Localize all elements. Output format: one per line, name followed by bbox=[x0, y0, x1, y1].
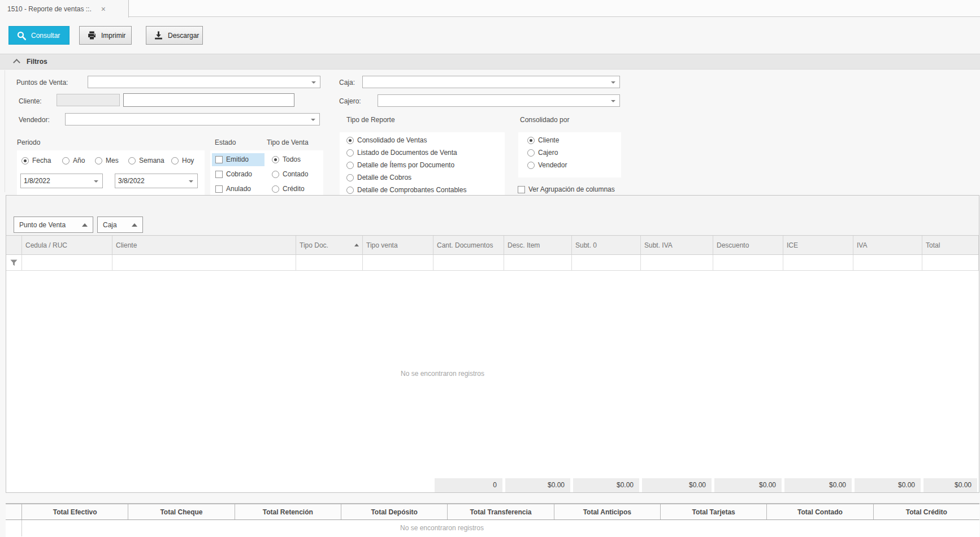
close-icon[interactable]: × bbox=[99, 5, 107, 13]
column-header-total-deposito[interactable]: Total Depósito bbox=[341, 504, 448, 519]
radio-contado[interactable]: Contado bbox=[272, 170, 308, 179]
radio-todos[interactable]: Todos bbox=[272, 155, 301, 164]
chevron-up-icon bbox=[13, 59, 20, 66]
filter-cell-descuento[interactable] bbox=[713, 255, 783, 270]
estado-title: Estado bbox=[215, 138, 236, 146]
radio-icon bbox=[272, 156, 279, 163]
radio-icon bbox=[527, 162, 535, 169]
filters-panel-header[interactable]: Filtros bbox=[0, 54, 980, 70]
checkbox-anulado[interactable]: Anulado bbox=[215, 184, 251, 193]
radio-vendedor[interactable]: Vendedor bbox=[527, 161, 567, 170]
checkbox-cobrado-label: Cobrado bbox=[226, 170, 252, 178]
group-chip-caja[interactable]: Caja bbox=[97, 216, 143, 233]
puntos-de-venta-combo[interactable] bbox=[88, 76, 320, 88]
column-header-tipo-venta[interactable]: Tipo venta bbox=[363, 236, 433, 254]
column-header-total-efectivo[interactable]: Total Efectivo bbox=[22, 504, 128, 519]
radio-detalle-comprobantes[interactable]: Detalle de Comprobantes Contables bbox=[346, 185, 466, 194]
dropdown-arrow-icon bbox=[311, 119, 315, 121]
radio-mes[interactable]: Mes bbox=[95, 156, 119, 165]
radio-detalle-items[interactable]: Detalle de Ítems por Documento bbox=[346, 161, 454, 170]
radio-credito[interactable]: Crédito bbox=[272, 184, 305, 193]
descargar-button[interactable]: Descargar bbox=[146, 26, 203, 45]
consultar-label: Consultar bbox=[31, 32, 60, 40]
filter-cell-tipo-doc[interactable] bbox=[296, 255, 363, 270]
checkbox-cobrado[interactable]: Cobrado bbox=[215, 170, 252, 179]
radio-cajero[interactable]: Cajero bbox=[527, 148, 558, 157]
column-header-total-contado[interactable]: Total Contado bbox=[767, 504, 873, 519]
totals-body: No se encontraron registros bbox=[6, 520, 979, 536]
radio-consolidado-de-ventas[interactable]: Consolidado de Ventas bbox=[346, 136, 427, 145]
column-header-cant-documentos[interactable]: Cant. Documentos bbox=[433, 236, 504, 254]
radio-ano[interactable]: Año bbox=[62, 156, 85, 165]
column-header-iva[interactable]: IVA bbox=[853, 236, 922, 254]
radio-icon bbox=[527, 149, 535, 157]
filter-cell-iva[interactable] bbox=[853, 255, 922, 270]
radio-icon bbox=[272, 171, 279, 178]
column-header-total-credito[interactable]: Total Crédito bbox=[874, 504, 979, 519]
filters-title: Filtros bbox=[27, 58, 47, 66]
column-header-ice[interactable]: ICE bbox=[783, 236, 853, 254]
column-header-total-transferencia[interactable]: Total Transferencia bbox=[448, 504, 554, 519]
radio-cliente[interactable]: Cliente bbox=[527, 136, 559, 145]
cajero-combo[interactable] bbox=[378, 94, 620, 107]
radio-listado-documentos[interactable]: Listado de Documentos de Venta bbox=[346, 148, 457, 157]
totals-empty-text: No se encontraron registros bbox=[400, 524, 484, 532]
radio-hoy-label: Hoy bbox=[182, 157, 194, 164]
filter-cell-cant-documentos[interactable] bbox=[433, 255, 504, 270]
radio-detalle-cobros[interactable]: Detalle de Cobros bbox=[346, 173, 411, 182]
column-header-total-retencion[interactable]: Total Retención bbox=[235, 504, 341, 519]
group-by-panel[interactable]: Punto de Venta Caja bbox=[6, 196, 979, 236]
column-header-total[interactable]: Total bbox=[922, 236, 979, 254]
column-header-total-tarjetas[interactable]: Total Tarjetas bbox=[661, 504, 767, 519]
dropdown-arrow-icon bbox=[311, 81, 316, 84]
column-header-total-anticipos[interactable]: Total Anticipos bbox=[554, 504, 661, 519]
radio-todos-label: Todos bbox=[283, 155, 301, 163]
column-header-subt-iva[interactable]: Subt. IVA bbox=[641, 236, 713, 254]
group-chip-punto-de-venta[interactable]: Punto de Venta bbox=[14, 216, 93, 233]
date-to-field[interactable]: 3/8/2022 bbox=[115, 174, 198, 188]
column-header-subt-0[interactable]: Subt. 0 bbox=[572, 236, 641, 254]
checkbox-ver-agrupacion[interactable]: Ver Agrupación de columnas bbox=[518, 185, 615, 194]
radio-icon bbox=[272, 185, 279, 193]
cliente-code-field[interactable] bbox=[57, 94, 120, 106]
cliente-name-field[interactable] bbox=[123, 93, 294, 107]
filter-cell-total[interactable] bbox=[922, 255, 979, 270]
column-header-descuento[interactable]: Descuento bbox=[713, 236, 783, 254]
filter-cell-desc-item[interactable] bbox=[504, 255, 572, 270]
checkbox-emitido-label: Emitido bbox=[226, 155, 249, 163]
column-header-tipo-doc[interactable]: Tipo Doc. bbox=[296, 236, 363, 254]
filter-cell-subt-iva[interactable] bbox=[641, 255, 713, 270]
vendedor-combo[interactable] bbox=[65, 113, 320, 125]
checkbox-icon bbox=[518, 186, 525, 193]
filter-cell-subt-0[interactable] bbox=[572, 255, 641, 270]
tab-reporte-ventas[interactable]: 1510 - Reporte de ventas ::. × bbox=[0, 0, 129, 18]
column-header-desc-item[interactable]: Desc. Item bbox=[504, 236, 572, 254]
row-indicator-cell bbox=[6, 520, 22, 536]
radio-icon bbox=[346, 187, 354, 194]
checkbox-emitido[interactable]: Emitido bbox=[215, 155, 249, 164]
grid-summary-row: 0 $0.00 $0.00 $0.00 $0.00 $0.00 $0.00 $0… bbox=[6, 478, 979, 493]
column-header-total-cheque[interactable]: Total Cheque bbox=[128, 504, 235, 519]
printer-icon bbox=[87, 31, 97, 40]
filter-icon[interactable] bbox=[6, 255, 22, 270]
dropdown-arrow-icon bbox=[611, 100, 615, 102]
tipo-de-venta-title: Tipo de Venta bbox=[267, 138, 309, 146]
filter-cell-cedula-ruc[interactable] bbox=[22, 255, 112, 270]
radio-fecha[interactable]: Fecha bbox=[21, 156, 51, 165]
column-header-cliente[interactable]: Cliente bbox=[112, 236, 296, 254]
filter-cell-tipo-venta[interactable] bbox=[363, 255, 433, 270]
filter-cell-cliente[interactable] bbox=[112, 255, 296, 270]
radio-hoy[interactable]: Hoy bbox=[171, 156, 194, 165]
imprimir-button[interactable]: Imprimir bbox=[79, 26, 132, 45]
summary-spacer bbox=[6, 478, 433, 493]
consultar-button[interactable]: Consultar bbox=[8, 26, 70, 45]
summary-descuento: $0.00 bbox=[713, 478, 783, 493]
radio-semana[interactable]: Semana bbox=[128, 156, 164, 165]
periodo-title: Periodo bbox=[17, 138, 40, 146]
column-header-cedula-ruc[interactable]: Cedula / RUC bbox=[22, 236, 112, 254]
filter-cell-ice[interactable] bbox=[783, 255, 853, 270]
date-from-field[interactable]: 1/8/2022 bbox=[20, 174, 103, 188]
caja-combo[interactable] bbox=[362, 76, 620, 88]
summary-desc-item: $0.00 bbox=[504, 478, 572, 493]
group-chip-label: Caja bbox=[103, 221, 117, 229]
